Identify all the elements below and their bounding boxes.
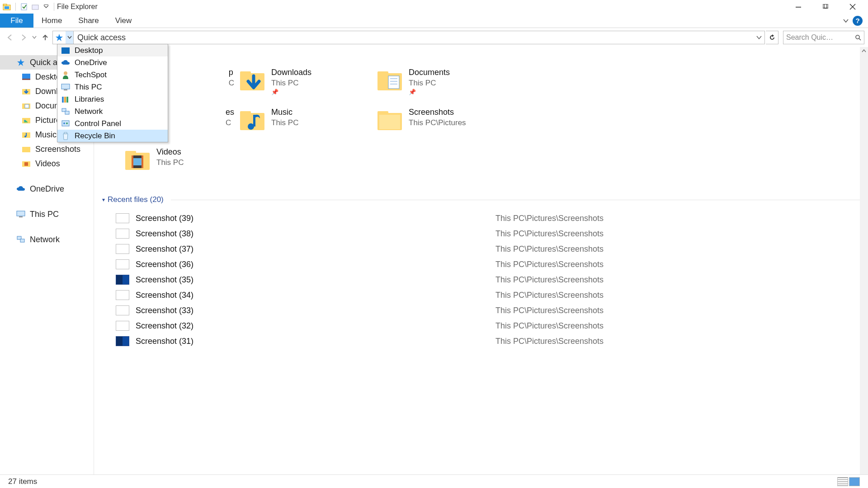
tile-downloads[interactable]: DownloadsThis PC📌 — [240, 68, 375, 99]
file-path: This PC\Pictures\Screenshots — [495, 260, 604, 269]
tile-videos[interactable]: VideosThis PC — [102, 147, 238, 179]
window-title: File Explorer — [57, 3, 98, 11]
tile-documents[interactable]: DocumentsThis PC📌 — [377, 68, 513, 99]
recent-file-row[interactable]: Screenshot (35)This PC\Pictures\Screensh… — [102, 272, 868, 287]
recent-files-header[interactable]: ▾ Recent files (20) — [102, 195, 868, 204]
file-name: Screenshot (39) — [136, 214, 193, 223]
recent-file-row[interactable]: Screenshot (38)This PC\Pictures\Screensh… — [102, 226, 868, 241]
file-path: This PC\Pictures\Screenshots — [495, 291, 604, 300]
recent-file-row[interactable]: Screenshot (37)This PC\Pictures\Screensh… — [102, 241, 868, 257]
tab-home[interactable]: Home — [33, 14, 70, 28]
address-bar[interactable]: Quick access — [52, 31, 765, 44]
scroll-up-icon[interactable] — [860, 47, 868, 55]
file-name: Screenshot (38) — [136, 229, 193, 239]
svg-rect-4 — [32, 5, 38, 9]
details-view-button[interactable] — [837, 477, 848, 486]
svg-rect-49 — [142, 155, 143, 168]
recent-locations-button[interactable] — [31, 31, 38, 44]
svg-point-61 — [63, 122, 65, 124]
file-name: Screenshot (32) — [136, 321, 193, 331]
file-thumbnail — [116, 229, 129, 239]
thumbnails-view-button[interactable] — [849, 477, 860, 486]
pictures-icon — [22, 116, 31, 125]
onedrive-icon — [61, 58, 70, 67]
svg-rect-2 — [5, 6, 9, 9]
svg-rect-54 — [64, 89, 67, 90]
search-placeholder: Search Quic… — [786, 33, 833, 42]
svg-rect-53 — [61, 84, 70, 89]
dropdown-item-desktop[interactable]: Desktop — [57, 44, 168, 56]
desktop-icon — [61, 46, 70, 55]
svg-rect-29 — [20, 239, 24, 242]
recent-file-row[interactable]: Screenshot (32)This PC\Pictures\Screensh… — [102, 318, 868, 333]
file-name: Screenshot (33) — [136, 306, 193, 315]
search-input[interactable]: Search Quic… — [783, 31, 864, 44]
svg-rect-60 — [62, 121, 69, 126]
vertical-scrollbar[interactable] — [860, 47, 868, 474]
recent-file-row[interactable]: Screenshot (33)This PC\Pictures\Screensh… — [102, 303, 868, 318]
file-menu[interactable]: File — [0, 14, 33, 28]
recent-file-row[interactable]: Screenshot (39)This PC\Pictures\Screensh… — [102, 211, 868, 226]
tab-share[interactable]: Share — [70, 14, 107, 28]
network-icon — [61, 107, 70, 116]
dropdown-item-control-panel[interactable]: Control Panel — [57, 117, 168, 130]
sidebar-item-screenshots[interactable]: Screenshots — [0, 142, 94, 156]
maximize-button[interactable] — [812, 0, 839, 14]
address-text[interactable]: Quick access — [74, 33, 129, 42]
recent-file-row[interactable]: Screenshot (36)This PC\Pictures\Screensh… — [102, 257, 868, 272]
file-path: This PC\Pictures\Screenshots — [495, 337, 604, 346]
tab-view[interactable]: View — [107, 14, 140, 28]
svg-rect-33 — [377, 71, 388, 75]
ribbon: File Home Share View ? — [0, 14, 868, 28]
address-history-dropdown: DesktopOneDriveTechSpotThis PCLibrariesN… — [57, 44, 168, 142]
refresh-button[interactable] — [766, 31, 778, 44]
qat-customize-icon[interactable] — [41, 2, 51, 12]
sidebar-item-onedrive[interactable]: OneDrive — [0, 182, 94, 196]
close-button[interactable] — [839, 0, 866, 14]
svg-rect-51 — [61, 47, 70, 54]
address-dropdown-icon[interactable] — [754, 35, 764, 40]
address-history-dropdown-button[interactable] — [66, 31, 74, 44]
svg-rect-23 — [22, 147, 30, 152]
svg-rect-39 — [240, 111, 251, 115]
ribbon-expand-icon[interactable] — [843, 18, 849, 24]
sidebar-item-videos[interactable]: Videos — [0, 156, 94, 171]
file-path: This PC\Pictures\Screenshots — [495, 321, 604, 331]
svg-rect-44 — [379, 115, 400, 129]
qat-newfolder-icon[interactable] — [30, 2, 40, 12]
chevron-down-icon: ▾ — [102, 197, 105, 203]
tile-screenshots[interactable]: ScreenshotsThis PC\Pictures — [377, 108, 513, 139]
tile-music[interactable]: MusicThis PC — [240, 108, 375, 139]
help-icon[interactable]: ? — [853, 16, 863, 26]
svg-rect-14 — [22, 79, 30, 80]
up-button[interactable] — [39, 31, 52, 44]
content-pane: p C DownloadsThis PC📌 DocumentsThis PC📌 … — [94, 47, 868, 474]
thispc-icon — [61, 83, 70, 92]
dropdown-item-this-pc[interactable]: This PC — [57, 81, 168, 93]
svg-rect-6 — [796, 7, 801, 8]
file-path: This PC\Pictures\Screenshots — [495, 244, 604, 254]
dropdown-item-techspot[interactable]: TechSpot — [57, 69, 168, 81]
minimize-button[interactable] — [785, 0, 812, 14]
sidebar-item-thispc[interactable]: This PC — [0, 207, 94, 221]
user-icon — [61, 70, 70, 80]
recent-file-row[interactable]: Screenshot (34)This PC\Pictures\Screensh… — [102, 287, 868, 303]
svg-rect-3 — [21, 4, 27, 10]
dropdown-item-onedrive[interactable]: OneDrive — [57, 56, 168, 69]
forward-button[interactable] — [17, 31, 30, 44]
svg-point-10 — [856, 35, 859, 39]
dropdown-item-recycle-bin[interactable]: Recycle Bin — [57, 130, 168, 142]
dropdown-item-libraries[interactable]: Libraries — [57, 93, 168, 105]
svg-rect-41 — [253, 115, 255, 127]
file-name: Screenshot (31) — [136, 337, 193, 346]
recent-file-row[interactable]: Screenshot (31)This PC\Pictures\Screensh… — [102, 333, 868, 349]
downloads-icon — [22, 87, 31, 96]
dropdown-item-network[interactable]: Network — [57, 105, 168, 117]
desktop-icon — [22, 72, 31, 81]
qat-properties-icon[interactable] — [19, 2, 29, 12]
sidebar-item-network[interactable]: Network — [0, 232, 94, 247]
file-path: This PC\Pictures\Screenshots — [495, 229, 604, 239]
file-thumbnail — [116, 336, 129, 346]
svg-marker-12 — [17, 59, 24, 66]
back-button[interactable] — [4, 31, 16, 44]
